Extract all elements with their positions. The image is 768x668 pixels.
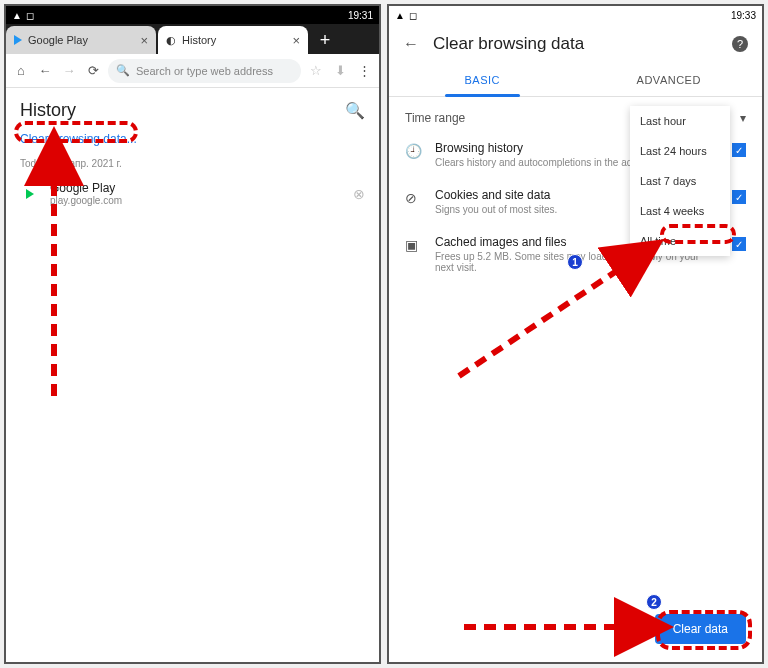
tab-history[interactable]: ◐ History × [158, 26, 308, 54]
tab-strip: Google Play × ◐ History × + [6, 24, 379, 54]
dropdown-option[interactable]: Last 7 days [630, 166, 730, 196]
checkbox-checked[interactable]: ✓ [732, 143, 746, 157]
omnibox[interactable]: 🔍 Search or type web address [108, 59, 301, 83]
close-icon[interactable]: × [292, 33, 300, 48]
forward-icon: → [60, 63, 78, 78]
clear-data-button[interactable]: Clear data [655, 614, 746, 644]
status-bar: ▲ ◻ 19:31 [6, 6, 379, 24]
dropdown-option[interactable]: Last 24 hours [630, 136, 730, 166]
reload-icon[interactable]: ⟳ [84, 63, 102, 78]
image-icon: ▣ [405, 235, 423, 253]
omnibox-placeholder: Search or type web address [136, 65, 273, 77]
date-header: Today - 29 апр. 2021 г. [6, 154, 379, 173]
tab-basic[interactable]: BASIC [389, 64, 576, 96]
annotation-badge-2: 2 [646, 594, 662, 610]
clock-icon: 🕘 [405, 141, 423, 159]
history-item[interactable]: Google Play play.google.com ⊗ [6, 173, 379, 214]
star-icon[interactable]: ☆ [307, 63, 325, 78]
tab-bar: BASIC ADVANCED [389, 64, 762, 97]
play-icon [14, 35, 22, 45]
page-header: ← Clear browsing data ? [389, 24, 762, 64]
new-tab-button[interactable]: + [310, 26, 340, 54]
help-icon[interactable]: ? [732, 36, 748, 52]
history-header: History 🔍 [6, 88, 379, 129]
tab-google-play[interactable]: Google Play × [6, 26, 156, 54]
warning-icon: ▲ [12, 10, 22, 21]
left-screenshot: ▲ ◻ 19:31 Google Play × ◐ History × + ⌂ … [4, 4, 381, 664]
checkbox-checked[interactable]: ✓ [732, 190, 746, 204]
dropdown-caret-icon[interactable]: ▾ [740, 111, 746, 125]
status-time: 19:31 [348, 10, 373, 21]
right-screenshot: ▲ ◻ 19:33 ← Clear browsing data ? BASIC … [387, 4, 764, 664]
play-icon [20, 184, 40, 204]
time-range-label: Time range [405, 111, 465, 125]
status-icon: ◻ [409, 10, 417, 21]
dropdown-option-all-time[interactable]: All time [630, 226, 730, 256]
back-icon[interactable]: ← [36, 63, 54, 78]
close-icon[interactable]: × [140, 33, 148, 48]
download-icon[interactable]: ⬇ [331, 63, 349, 78]
toolbar: ⌂ ← → ⟳ 🔍 Search or type web address ☆ ⬇… [6, 54, 379, 88]
status-icon: ◻ [26, 10, 34, 21]
page-title: History [20, 100, 76, 121]
status-bar: ▲ ◻ 19:33 [389, 6, 762, 24]
tab-label: History [182, 34, 216, 46]
checkbox-checked[interactable]: ✓ [732, 237, 746, 251]
back-icon[interactable]: ← [403, 35, 419, 53]
delete-history-item-icon[interactable]: ⊗ [353, 186, 365, 202]
home-icon[interactable]: ⌂ [12, 63, 30, 78]
page-title: Clear browsing data [433, 34, 718, 54]
history-icon: ◐ [166, 34, 176, 47]
time-range-dropdown: Last hour Last 24 hours Last 7 days Last… [630, 106, 730, 256]
menu-icon[interactable]: ⋮ [355, 63, 373, 78]
dropdown-option[interactable]: Last 4 weeks [630, 196, 730, 226]
cookie-icon: ⊘ [405, 188, 423, 206]
annotation-arrow-2 [459, 612, 659, 642]
history-item-title: Google Play [50, 181, 343, 195]
search-icon: 🔍 [116, 64, 130, 77]
dropdown-option[interactable]: Last hour [630, 106, 730, 136]
status-time: 19:33 [731, 10, 756, 21]
tab-advanced[interactable]: ADVANCED [576, 64, 763, 96]
warning-icon: ▲ [395, 10, 405, 21]
history-item-url: play.google.com [50, 195, 343, 206]
search-icon[interactable]: 🔍 [345, 101, 365, 120]
clear-browsing-data-link[interactable]: Clear browsing data... [6, 130, 151, 154]
tab-label: Google Play [28, 34, 88, 46]
